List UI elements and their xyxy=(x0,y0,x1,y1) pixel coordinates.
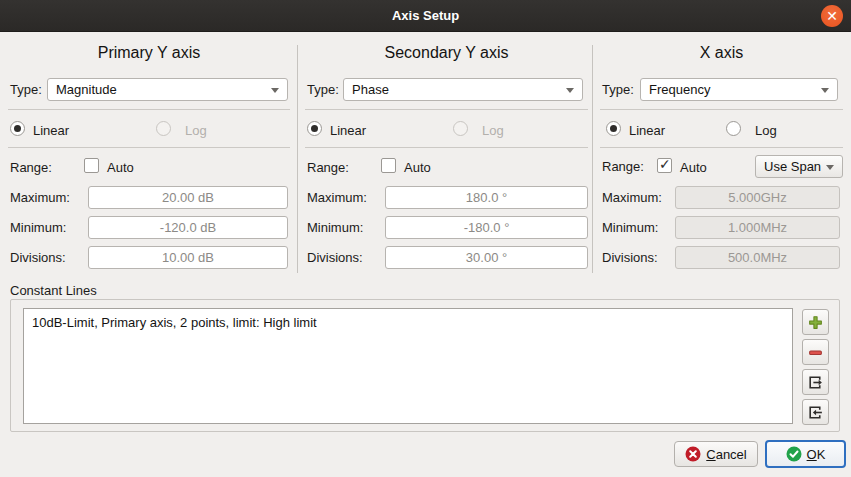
linear-label: Linear xyxy=(330,123,366,138)
divisions-field: 500.0MHz xyxy=(675,246,840,269)
auto-checkbox[interactable] xyxy=(381,158,396,173)
chevron-down-icon xyxy=(566,88,574,93)
divisions-label: Divisions: xyxy=(307,250,363,265)
separator xyxy=(600,147,843,148)
minimum-field[interactable]: -180.0 ° xyxy=(385,216,588,239)
close-button[interactable]: ✕ xyxy=(821,5,843,27)
maximum-field: 5.000GHz xyxy=(675,186,840,209)
chevron-down-icon xyxy=(271,88,279,93)
auto-label: Auto xyxy=(404,160,431,175)
constant-lines-list[interactable]: 10dB-Limit, Primary axis, 2 points, limi… xyxy=(23,308,793,424)
ok-label: OK xyxy=(807,447,826,462)
separator xyxy=(8,147,290,148)
panel-title: Primary Y axis xyxy=(8,44,290,62)
maximum-field[interactable]: 20.00 dB xyxy=(88,186,288,209)
log-label: Log xyxy=(482,123,504,138)
linear-label: Linear xyxy=(33,123,69,138)
separator xyxy=(8,109,290,110)
primary-y-axis-panel: Primary Y axis Type: Magnitude Linear Lo… xyxy=(8,42,290,278)
divisions-field[interactable]: 10.00 dB xyxy=(88,246,288,269)
auto-label: Auto xyxy=(107,160,134,175)
cancel-label: Cancel xyxy=(706,447,746,462)
chevron-down-icon xyxy=(826,165,834,170)
span-value: Use Span xyxy=(764,159,821,174)
titlebar: Axis Setup ✕ xyxy=(0,0,851,32)
import-button[interactable] xyxy=(802,399,829,425)
auto-checkbox[interactable] xyxy=(84,158,99,173)
log-label: Log xyxy=(755,123,777,138)
maximum-label: Maximum: xyxy=(307,190,367,205)
span-combobox[interactable]: Use Span xyxy=(755,155,843,178)
type-value: Phase xyxy=(352,82,389,97)
column-separator xyxy=(592,45,593,273)
divisions-field[interactable]: 30.00 ° xyxy=(385,246,588,269)
panel-title: X axis xyxy=(600,44,843,62)
auto-label: Auto xyxy=(680,160,707,175)
minimum-field: 1.000MHz xyxy=(675,216,840,239)
chevron-down-icon xyxy=(821,88,829,93)
auto-checkbox[interactable] xyxy=(657,158,672,173)
window-title: Axis Setup xyxy=(392,8,459,23)
type-combobox[interactable]: Frequency xyxy=(640,78,838,101)
cancel-button[interactable]: Cancel xyxy=(674,441,758,467)
minus-icon xyxy=(807,344,824,361)
type-label: Type: xyxy=(10,82,42,97)
type-value: Magnitude xyxy=(56,82,117,97)
export-button[interactable] xyxy=(802,369,829,395)
minimum-label: Minimum: xyxy=(602,220,658,235)
export-icon xyxy=(807,374,824,391)
linear-radio[interactable] xyxy=(606,121,621,136)
linear-label: Linear xyxy=(629,123,665,138)
linear-radio[interactable] xyxy=(10,121,25,136)
axis-setup-dialog: Axis Setup ✕ Primary Y axis Type: Magnit… xyxy=(0,0,851,477)
separator xyxy=(305,147,588,148)
type-label: Type: xyxy=(307,82,339,97)
range-label: Range: xyxy=(307,160,349,175)
type-label: Type: xyxy=(602,82,634,97)
constant-lines-label: Constant Lines xyxy=(10,283,97,298)
linear-radio[interactable] xyxy=(307,121,322,136)
remove-button[interactable] xyxy=(802,339,829,365)
log-label: Log xyxy=(185,123,207,138)
maximum-field[interactable]: 180.0 ° xyxy=(385,186,588,209)
separator xyxy=(305,109,588,110)
divisions-label: Divisions: xyxy=(602,250,658,265)
log-radio[interactable] xyxy=(726,121,741,136)
minimum-label: Minimum: xyxy=(10,220,66,235)
column-separator xyxy=(297,45,298,273)
type-combobox[interactable]: Phase xyxy=(343,78,583,101)
log-radio xyxy=(453,121,468,136)
secondary-y-axis-panel: Secondary Y axis Type: Phase Linear Log … xyxy=(305,42,588,278)
plus-icon xyxy=(807,314,824,331)
import-icon xyxy=(807,404,824,421)
minimum-field[interactable]: -120.0 dB xyxy=(88,216,288,239)
range-label: Range: xyxy=(10,160,52,175)
cancel-icon xyxy=(685,446,701,462)
ok-button[interactable]: OK xyxy=(765,440,846,468)
add-button[interactable] xyxy=(802,309,829,335)
x-axis-panel: X axis Type: Frequency Linear Log Range:… xyxy=(600,42,843,278)
maximum-label: Maximum: xyxy=(10,190,70,205)
constant-lines-frame: 10dB-Limit, Primary axis, 2 points, limi… xyxy=(10,299,840,432)
type-value: Frequency xyxy=(649,82,710,97)
constant-line-item[interactable]: 10dB-Limit, Primary axis, 2 points, limi… xyxy=(24,309,792,336)
divisions-label: Divisions: xyxy=(10,250,66,265)
separator xyxy=(600,109,843,110)
maximum-label: Maximum: xyxy=(602,190,662,205)
log-radio xyxy=(156,121,171,136)
close-icon: ✕ xyxy=(826,9,838,23)
ok-icon xyxy=(786,446,802,462)
minimum-label: Minimum: xyxy=(307,220,363,235)
range-label: Range: xyxy=(602,159,644,174)
panel-title: Secondary Y axis xyxy=(305,44,588,62)
type-combobox[interactable]: Magnitude xyxy=(47,78,288,101)
